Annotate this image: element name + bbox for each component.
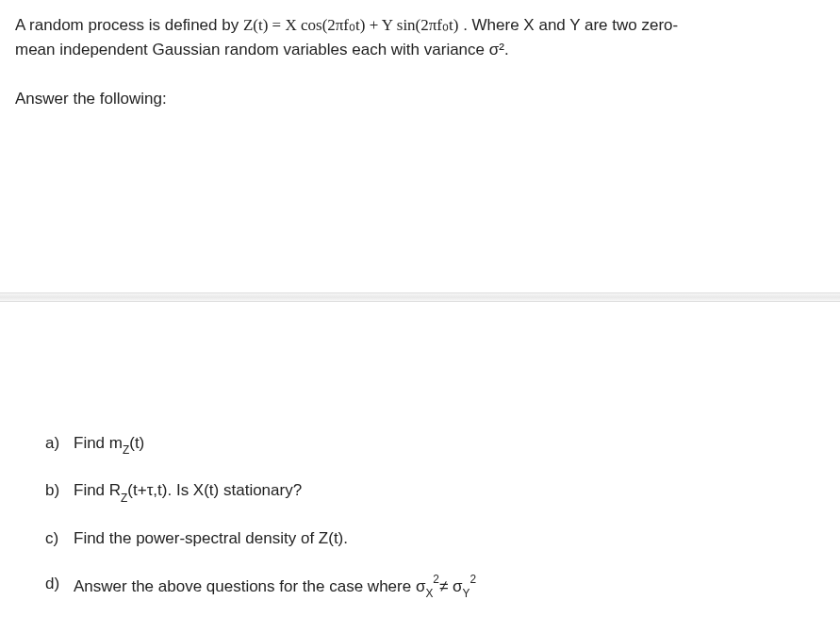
question-c: c) Find the power-spectral density of Z(…: [45, 529, 795, 548]
problem-text-prefix: A random process is defined by: [15, 16, 243, 34]
question-label-c: c): [45, 529, 74, 548]
question-label-a: a): [45, 434, 74, 455]
section-divider: [0, 292, 840, 302]
question-text-b: Find RZ(t+τ,t). Is X(t) stationary?: [74, 481, 302, 502]
question-label-d: d): [45, 575, 74, 598]
question-text-d: Answer the above questions for the case …: [74, 575, 476, 598]
question-a: a) Find mZ(t): [45, 434, 795, 455]
problem-statement: A random process is defined by Z(t) = X …: [15, 13, 825, 61]
question-text-c: Find the power-spectral density of Z(t).: [74, 529, 348, 548]
problem-line2: mean independent Gaussian random variabl…: [15, 41, 509, 58]
questions-section: a) Find mZ(t) b) Find RZ(t+τ,t). Is X(t)…: [0, 434, 840, 617]
problem-section: A random process is defined by Z(t) = X …: [0, 0, 840, 108]
question-text-a: Find mZ(t): [74, 434, 144, 455]
problem-equation: Z(t) = X cos(2πf₀t) + Y sin(2πf₀t): [243, 16, 458, 34]
answer-prompt: Answer the following:: [15, 90, 825, 108]
question-label-b: b): [45, 481, 74, 502]
question-b: b) Find RZ(t+τ,t). Is X(t) stationary?: [45, 481, 795, 502]
question-d: d) Answer the above questions for the ca…: [45, 575, 795, 598]
problem-text-suffix: . Where X and Y are two zero-: [458, 16, 678, 34]
